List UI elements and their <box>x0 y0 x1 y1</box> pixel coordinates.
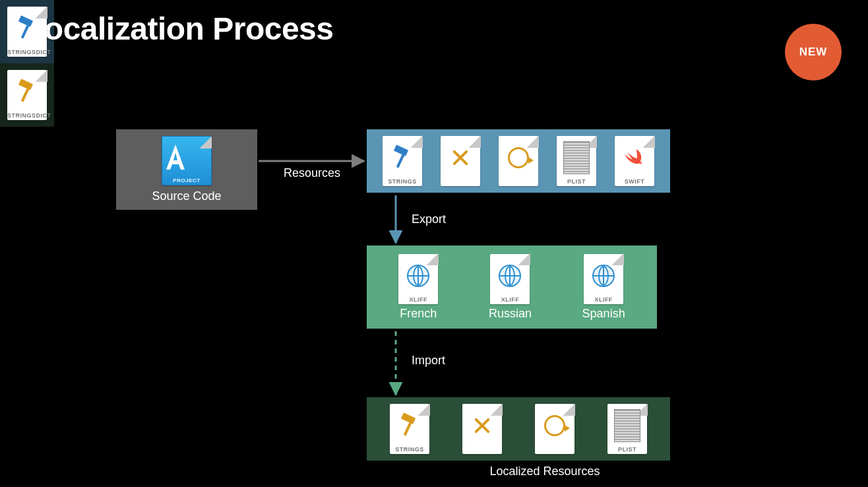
source-code-box: PROJECT Source Code <box>116 129 257 210</box>
stringsdict-slot: STRINGSDICT <box>0 0 54 63</box>
language-name: Russian <box>489 307 532 321</box>
resource_files-file-icon <box>499 136 538 186</box>
stringsdict-file-icon: STRINGSDICT <box>7 7 47 57</box>
slide-title: Localization Process <box>25 11 334 47</box>
localized-stringsdict-slot: STRINGSDICT <box>0 63 54 127</box>
language-name: Spanish <box>582 307 625 321</box>
import-arrow-label: Import <box>412 354 445 368</box>
xcode-project-label: PROJECT <box>162 178 211 183</box>
localized_files-file-icon: STRINGS <box>390 404 429 454</box>
localized_files-file-label: PLIST <box>607 446 647 453</box>
resource_files-file-icon: PLIST <box>557 136 596 186</box>
localized-row: STRINGSPLIST <box>367 397 670 461</box>
xliff-file-icon: XLIFF <box>398 254 438 304</box>
language-name: French <box>400 307 437 321</box>
resources-arrow-label: Resources <box>284 166 340 180</box>
xliff-file-label: XLIFF <box>398 296 438 303</box>
language-cell: XLIFFRussian <box>489 254 532 321</box>
localized-stringsdict-label: STRINGSDICT <box>7 112 47 119</box>
resources-row: STRINGSPLISTSWIFT <box>367 129 670 193</box>
xcode-project-icon: PROJECT <box>162 136 212 185</box>
xliff-file-icon: XLIFF <box>490 254 530 304</box>
language-cell: XLIFFFrench <box>398 254 438 321</box>
localized_files-file-label: STRINGS <box>390 446 429 453</box>
xliff-file-label: XLIFF <box>490 296 530 303</box>
resource_files-file-label: SWIFT <box>615 178 654 185</box>
new-badge-label: NEW <box>799 46 828 59</box>
localized-stringsdict-file-icon: STRINGSDICT <box>7 70 47 120</box>
languages-row: XLIFFFrenchXLIFFRussianXLIFFSpanish <box>367 245 657 329</box>
localized_files-file-icon <box>535 404 574 454</box>
localized_files-file-icon <box>462 404 502 454</box>
export-arrow-label: Export <box>412 212 446 226</box>
resource_files-file-icon: STRINGS <box>383 136 422 186</box>
xliff-file-icon: XLIFF <box>584 254 623 304</box>
source-code-caption: Source Code <box>152 189 221 203</box>
slide: Localization Process NEW PROJECT Source … <box>0 0 868 487</box>
localized_files-file-icon: PLIST <box>607 404 647 454</box>
localized-caption: Localized Resources <box>367 465 723 478</box>
xliff-file-label: XLIFF <box>584 296 623 303</box>
language-cell: XLIFFSpanish <box>582 254 625 321</box>
resource_files-file-label: STRINGS <box>383 178 422 185</box>
resource_files-file-label: PLIST <box>557 178 596 185</box>
resource_files-file-icon: SWIFT <box>615 136 654 186</box>
resource_files-file-icon <box>441 136 480 186</box>
new-badge: NEW <box>785 24 842 81</box>
stringsdict-label: STRINGSDICT <box>7 49 47 55</box>
